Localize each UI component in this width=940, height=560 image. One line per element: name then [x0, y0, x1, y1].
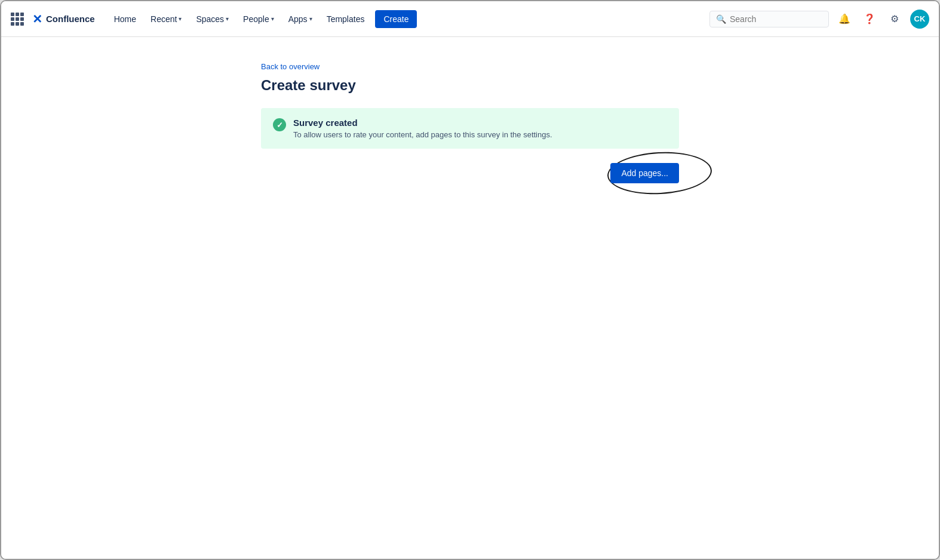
add-pages-button[interactable]: Add pages...: [610, 163, 679, 183]
page-title: Create survey: [261, 77, 679, 94]
success-title: Survey created: [293, 118, 552, 128]
nav-recent[interactable]: Recent ▾: [145, 11, 188, 27]
confluence-logo-text: Confluence: [46, 14, 95, 24]
search-box[interactable]: 🔍: [709, 11, 829, 27]
browser-window: ✕ Confluence Home Recent ▾ Spaces ▾ Peop…: [0, 0, 940, 560]
people-chevron-icon: ▾: [271, 16, 274, 22]
nav-templates[interactable]: Templates: [321, 11, 371, 27]
nav-apps[interactable]: Apps ▾: [282, 11, 318, 27]
search-input[interactable]: [730, 14, 822, 24]
gear-icon: ⚙: [890, 13, 899, 24]
bell-icon: 🔔: [838, 13, 850, 24]
avatar-initials: CK: [914, 14, 926, 23]
action-row: Add pages...: [261, 163, 679, 183]
back-to-overview-link[interactable]: Back to overview: [261, 62, 320, 71]
grid-icon[interactable]: [11, 13, 24, 26]
user-avatar[interactable]: CK: [910, 10, 929, 29]
nav-right: 🔍 🔔 ❓ ⚙ CK: [709, 10, 929, 29]
page-container: Back to overview Create survey Survey cr…: [261, 61, 679, 535]
navbar: ✕ Confluence Home Recent ▾ Spaces ▾ Peop…: [1, 1, 939, 37]
success-icon: [273, 118, 286, 131]
recent-chevron-icon: ▾: [179, 16, 182, 22]
spaces-chevron-icon: ▾: [226, 16, 229, 22]
create-button[interactable]: Create: [375, 10, 417, 28]
confluence-logo[interactable]: ✕ Confluence: [32, 12, 95, 26]
apps-chevron-icon: ▾: [309, 16, 312, 22]
help-button[interactable]: ❓: [860, 10, 879, 29]
success-text: Survey created To allow users to rate yo…: [293, 118, 552, 139]
help-icon: ❓: [864, 13, 876, 24]
search-icon: 🔍: [716, 14, 726, 24]
success-banner: Survey created To allow users to rate yo…: [261, 108, 679, 149]
confluence-logo-icon: ✕: [32, 12, 42, 26]
settings-button[interactable]: ⚙: [885, 10, 904, 29]
main-content: Back to overview Create survey Survey cr…: [1, 37, 939, 559]
notifications-button[interactable]: 🔔: [835, 10, 854, 29]
success-message: To allow users to rate your content, add…: [293, 130, 552, 139]
nav-people[interactable]: People ▾: [237, 11, 280, 27]
nav-home[interactable]: Home: [108, 11, 142, 27]
nav-spaces[interactable]: Spaces ▾: [190, 11, 235, 27]
